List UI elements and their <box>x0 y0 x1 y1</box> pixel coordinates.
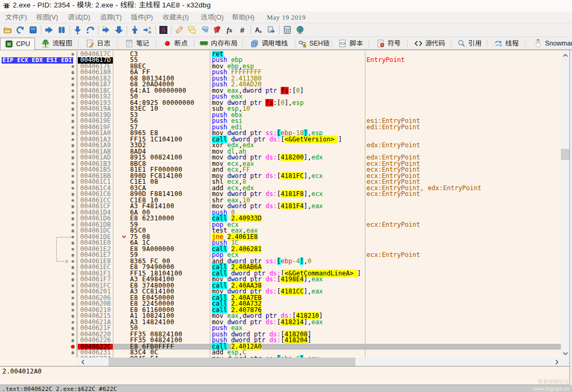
x32dbg-bug-icon[interactable] <box>3 2 11 10</box>
tab-cpu[interactable]: 32CPU <box>0 38 35 50</box>
jump-line <box>0 51 77 358</box>
menu-item[interactable]: (I) <box>163 12 189 23</box>
toolbar-separator <box>279 25 280 34</box>
comment: ecx:EntryPoint <box>367 222 420 228</box>
scroll-left-button[interactable] <box>78 358 87 366</box>
tab-label <box>262 40 288 47</box>
scylla-button[interactable]: S <box>157 24 170 37</box>
svg-text:fx: fx <box>227 26 233 34</box>
tab-线程[interactable] <box>487 38 525 49</box>
tab-seh链[interactable]: SEH <box>296 38 332 49</box>
horizontal-scrollbar-thumb[interactable] <box>109 358 355 366</box>
open-folder-button[interactable] <box>2 24 14 37</box>
toolbar-separator <box>251 25 251 34</box>
step-over-button[interactable] <box>84 24 97 37</box>
strings-button[interactable]: Az <box>253 24 265 37</box>
comment: ecx:EntryPoint <box>367 191 420 198</box>
labels-button[interactable] <box>199 24 211 37</box>
toolbar: Sfx#Az <box>0 23 572 37</box>
comments-button[interactable] <box>186 24 199 37</box>
column-separator <box>210 51 210 358</box>
run-button[interactable] <box>43 24 56 37</box>
notes-icon <box>125 39 133 48</box>
status-bar: .text:0040622C 2.exe:$622C #622C www.52p… <box>0 385 572 392</box>
tab-日志[interactable] <box>78 38 118 49</box>
tab-label: SEH <box>309 40 329 47</box>
tab-label <box>174 40 187 47</box>
tab-label: CPU <box>16 40 30 48</box>
restart-button[interactable] <box>14 24 27 37</box>
jump-direction-icon <box>122 235 126 238</box>
threads-icon <box>494 39 503 48</box>
calculator-button[interactable] <box>281 24 294 37</box>
comment: edx:EntryPoint <box>367 142 420 149</box>
scroll-right-button[interactable] <box>552 358 561 366</box>
tab-label: Snowman <box>545 40 572 47</box>
tab-label <box>425 40 445 47</box>
breakpoint-icon <box>163 39 172 48</box>
functions-button[interactable]: fx <box>224 24 237 37</box>
tab-label <box>505 40 519 47</box>
right-edge-strip <box>569 50 572 385</box>
tab-snowman反编译[interactable]: Snowman <box>525 38 572 49</box>
run-to-user-code-button[interactable] <box>141 24 154 37</box>
horizontal-scrollbar[interactable] <box>78 358 561 366</box>
references-icon <box>457 39 466 48</box>
flow-graph-icon <box>41 39 50 48</box>
column-separator <box>365 51 365 358</box>
cpu-chip-icon: 32 <box>5 40 13 48</box>
globe-button[interactable] <box>294 24 307 37</box>
tab-调用堆栈[interactable] <box>243 38 296 49</box>
svg-text:32: 32 <box>7 42 12 46</box>
tab-label <box>388 40 401 47</box>
svg-text:z: z <box>260 29 262 34</box>
tab-label <box>136 40 149 47</box>
tab-label <box>350 40 363 47</box>
vertical-scrollbar-thumb[interactable] <box>561 149 569 160</box>
attach-button[interactable] <box>265 24 278 37</box>
step-out-button[interactable] <box>113 24 126 37</box>
tab-符号[interactable] <box>369 38 408 49</box>
tab-label <box>211 40 237 47</box>
bookmarks-button[interactable] <box>211 24 224 37</box>
toolbar-separator <box>155 25 156 34</box>
tab-脚本[interactable]: <> <box>332 38 369 49</box>
call-stack-icon <box>251 39 259 48</box>
menu-item[interactable]: (D) <box>68 12 90 23</box>
scroll-up-button[interactable] <box>561 51 569 59</box>
tab-引用[interactable] <box>451 38 487 49</box>
tab-内存布局[interactable] <box>194 38 243 49</box>
title-bar: 2.exe - PID: 2354 - : 2.exe - : 1AE8 - x… <box>0 0 572 12</box>
tab-笔记[interactable] <box>118 38 156 49</box>
column-separator <box>77 51 78 358</box>
menu-item[interactable]: (V) <box>36 12 58 23</box>
script-icon: <> <box>338 39 347 48</box>
seh-chain-icon <box>298 39 307 48</box>
menu-item[interactable]: (P) <box>131 12 153 23</box>
tab-流程图[interactable] <box>35 38 78 49</box>
execute-till-return-button[interactable] <box>129 24 141 37</box>
toolbar-separator <box>98 25 99 34</box>
window-title: 2.exe - PID: 2354 - : 2.exe - : 1AE8 - x… <box>13 1 211 9</box>
run-to-cursor-button[interactable] <box>100 24 113 37</box>
comment: EntryPoint <box>367 57 405 64</box>
instruction-bytes: 64:A1 00000000 <box>130 88 186 94</box>
scroll-down-button[interactable] <box>561 349 569 358</box>
column-separator <box>113 51 113 358</box>
step-into-button[interactable] <box>72 24 84 37</box>
patches-button[interactable] <box>173 24 186 37</box>
toolbar-separator <box>69 25 70 34</box>
menu-item[interactable]: (H) <box>232 12 254 23</box>
pause-button[interactable] <box>56 24 68 37</box>
tab-源代码[interactable] <box>408 38 451 49</box>
menu-item[interactable]: (O) <box>201 12 224 23</box>
menu-item[interactable]: (F) <box>5 12 27 23</box>
checksum-button[interactable]: # <box>237 24 249 37</box>
toolbar-separator <box>171 25 172 34</box>
menu-item[interactable]: (T) <box>100 12 122 23</box>
tab-断点[interactable] <box>156 38 194 49</box>
toolbar-separator <box>41 25 41 34</box>
vertical-scrollbar[interactable] <box>561 51 569 366</box>
build-date: May 19 2019 <box>267 12 306 23</box>
close-button[interactable] <box>27 24 40 37</box>
